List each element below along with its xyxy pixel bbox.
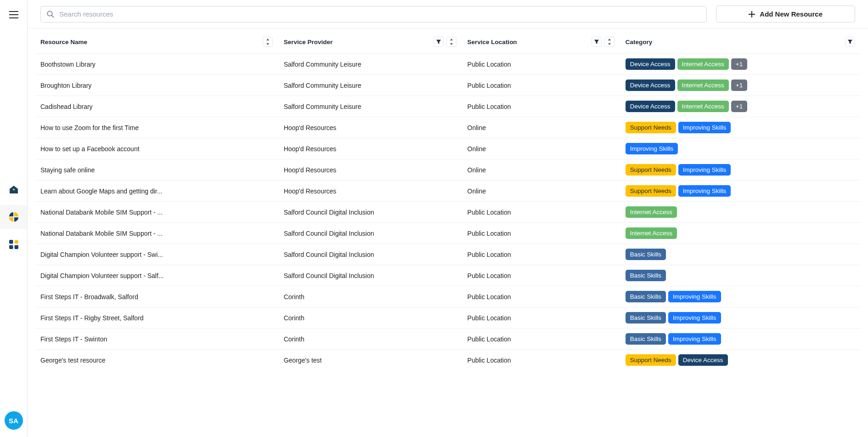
category-tag[interactable]: Internet Access: [626, 206, 677, 218]
column-header-provider: Service Provider: [278, 28, 462, 54]
menu-toggle-button[interactable]: [6, 7, 22, 22]
sidebar-bottom: SA: [5, 411, 23, 430]
search-field-wrap[interactable]: [40, 6, 707, 23]
cell-resource-name: National Databank Mobile SIM Support - .…: [35, 223, 278, 244]
category-tag[interactable]: Internet Access: [626, 227, 677, 239]
sort-button[interactable]: [604, 37, 614, 47]
category-tag[interactable]: Basic Skills: [626, 312, 666, 323]
category-tag[interactable]: Support Needs: [626, 185, 676, 197]
cell-category: Basic SkillsImproving Skills: [620, 307, 861, 329]
filter-button[interactable]: [845, 37, 855, 47]
cell-category: Basic Skills: [620, 244, 861, 265]
add-resource-button[interactable]: Add New Resource: [716, 6, 855, 23]
category-tag[interactable]: Device Access: [626, 79, 675, 91]
category-overflow-badge[interactable]: +1: [731, 58, 747, 70]
cell-category: Basic SkillsImproving Skills: [620, 286, 861, 307]
cell-service-provider: Salford Council Digital Inclusion: [278, 202, 462, 223]
cell-service-provider: Salford Community Leisure: [278, 75, 462, 96]
topbar: Add New Resource: [28, 0, 868, 28]
cell-service-provider: Salford Community Leisure: [278, 96, 462, 117]
category-tag[interactable]: Device Access: [678, 354, 728, 366]
table-row[interactable]: First Steps IT - SwintonCorinthPublic Lo…: [35, 329, 861, 350]
category-tag[interactable]: Improving Skills: [626, 143, 678, 154]
grid-circle-icon: [8, 211, 19, 222]
column-label: Service Location: [468, 39, 517, 45]
table-row[interactable]: Cadishead LibrarySalford Community Leisu…: [35, 96, 861, 117]
category-tag[interactable]: Support Needs: [626, 164, 676, 176]
cell-resource-name: First Steps IT - Broadwalk, Salford: [35, 286, 278, 307]
cell-service-location: Public Location: [462, 202, 620, 223]
category-tag[interactable]: Basic Skills: [626, 333, 666, 345]
table-row[interactable]: How to set up a Facebook accountHoop'd R…: [35, 138, 861, 159]
nav-home[interactable]: [0, 177, 27, 201]
category-tag[interactable]: Internet Access: [677, 101, 729, 112]
cell-category: Internet Access: [620, 202, 861, 223]
filter-icon: [847, 39, 853, 45]
table-row[interactable]: First Steps IT - Broadwalk, SalfordCorin…: [35, 286, 861, 307]
svg-rect-4: [9, 240, 13, 244]
category-tag[interactable]: Internet Access: [677, 79, 729, 91]
category-tag[interactable]: Improving Skills: [678, 164, 731, 176]
user-avatar[interactable]: SA: [5, 411, 23, 430]
cell-service-provider: Salford Council Digital Inclusion: [278, 265, 462, 286]
nav-apps[interactable]: [0, 233, 27, 256]
category-tag[interactable]: Device Access: [626, 101, 675, 112]
table-row[interactable]: Boothstown LibrarySalford Community Leis…: [35, 54, 861, 75]
category-tag[interactable]: Improving Skills: [668, 312, 721, 323]
resources-table: Resource NameService ProviderService Loc…: [35, 28, 861, 370]
sidebar-top: [0, 7, 27, 22]
table-row[interactable]: Digital Champion Volunteer support - Sal…: [35, 265, 861, 286]
category-tag[interactable]: Basic Skills: [626, 249, 666, 260]
cell-service-location: Online: [462, 117, 620, 138]
cell-service-provider: Salford Council Digital Inclusion: [278, 223, 462, 244]
cell-category: Device AccessInternet Access+1: [620, 75, 861, 96]
category-tag[interactable]: Improving Skills: [678, 185, 731, 197]
sort-icon: [449, 39, 454, 45]
cell-service-location: Public Location: [462, 54, 620, 75]
search-input[interactable]: [59, 10, 701, 18]
category-tag[interactable]: Support Needs: [626, 122, 676, 133]
cell-resource-name: National Databank Mobile SIM Support - .…: [35, 202, 278, 223]
sort-button[interactable]: [263, 37, 273, 47]
table-row[interactable]: Broughton LibrarySalford Community Leisu…: [35, 75, 861, 96]
category-tag[interactable]: Basic Skills: [626, 291, 666, 302]
table-row[interactable]: Learn about Google Maps and getting dir.…: [35, 181, 861, 202]
cell-service-provider: George's test: [278, 350, 462, 371]
table-row[interactable]: George's test resourceGeorge's testPubli…: [35, 350, 861, 371]
filter-button[interactable]: [592, 37, 602, 47]
svg-rect-6: [9, 245, 13, 249]
cell-category: Internet Access: [620, 223, 861, 244]
table-row[interactable]: Digital Champion Volunteer support - Swi…: [35, 244, 861, 265]
category-tag[interactable]: Improving Skills: [678, 122, 731, 133]
category-overflow-badge[interactable]: +1: [731, 101, 747, 112]
cell-service-provider: Salford Council Digital Inclusion: [278, 244, 462, 265]
table-row[interactable]: National Databank Mobile SIM Support - .…: [35, 202, 861, 223]
table-row[interactable]: Staying safe onlineHoop'd ResourcesOnlin…: [35, 159, 861, 181]
filter-button[interactable]: [434, 37, 444, 47]
category-overflow-badge[interactable]: +1: [731, 79, 747, 91]
table-row[interactable]: First Steps IT - Rigby Street, SalfordCo…: [35, 307, 861, 329]
table-row[interactable]: How to use Zoom for the first TimeHoop'd…: [35, 117, 861, 138]
cell-service-provider: Salford Community Leisure: [278, 54, 462, 75]
filter-icon: [594, 39, 599, 45]
svg-line-9: [52, 15, 54, 17]
column-label: Category: [626, 39, 653, 45]
category-tag[interactable]: Support Needs: [626, 354, 676, 366]
category-tag[interactable]: Basic Skills: [626, 270, 666, 281]
cell-service-location: Online: [462, 138, 620, 159]
category-tag[interactable]: Internet Access: [677, 58, 729, 70]
category-tag[interactable]: Improving Skills: [668, 291, 721, 302]
cell-resource-name: How to use Zoom for the first Time: [35, 117, 278, 138]
plus-icon: [749, 11, 755, 17]
sidebar: SA: [0, 0, 28, 437]
svg-rect-7: [14, 245, 18, 249]
nav-resources[interactable]: [0, 205, 27, 229]
sort-icon: [607, 39, 612, 45]
category-tag[interactable]: Improving Skills: [668, 333, 721, 345]
table-row[interactable]: National Databank Mobile SIM Support - .…: [35, 223, 861, 244]
category-tag[interactable]: Device Access: [626, 58, 675, 70]
menu-icon: [9, 11, 18, 18]
column-label: Service Provider: [284, 39, 333, 45]
svg-point-5: [14, 239, 18, 244]
sort-button[interactable]: [446, 37, 457, 47]
